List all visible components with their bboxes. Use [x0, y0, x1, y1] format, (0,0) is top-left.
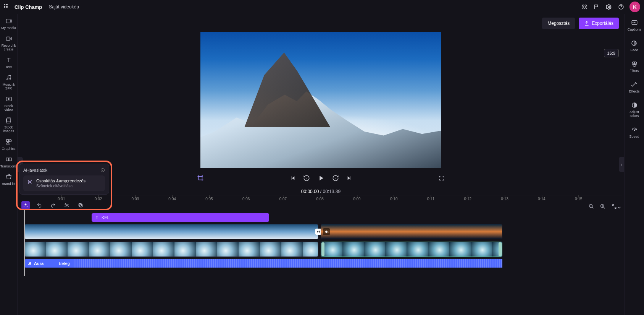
svg-point-30: [28, 183, 29, 183]
leftrail-music-sfx[interactable]: Music & SFX: [0, 74, 17, 90]
upload-icon: [584, 21, 589, 26]
ruler-tick: 0:03: [132, 197, 139, 201]
svg-rect-8: [6, 97, 11, 101]
right-rail: Captions Fade Filters Effects Adjust col…: [624, 14, 644, 315]
aspect-ratio-badge[interactable]: 16:9: [604, 49, 619, 57]
play-icon[interactable]: [318, 175, 324, 182]
ruler-tick: 0:09: [353, 197, 360, 201]
ai-popup-title: AI-javaslatok: [23, 168, 47, 172]
app-launcher-icon[interactable]: [4, 4, 10, 10]
leftrail-stock-images[interactable]: Stock images: [0, 117, 17, 133]
left-rail: My media Record & create Text Music & SF…: [0, 14, 18, 315]
skip-start-icon[interactable]: [289, 175, 295, 181]
rightrail-effects[interactable]: Effects: [629, 81, 639, 93]
svg-rect-34: [79, 203, 81, 206]
undo-button[interactable]: [35, 201, 44, 209]
svg-rect-4: [6, 19, 10, 23]
flag-icon[interactable]: [591, 1, 603, 13]
ruler-tick: 0:06: [242, 197, 250, 201]
center-area: Megosztás Exportálás 16:9 5 5: [18, 14, 624, 315]
redo-button[interactable]: [49, 201, 57, 209]
svg-point-2: [608, 6, 610, 8]
svg-rect-13: [6, 158, 8, 161]
help-icon[interactable]: [615, 1, 627, 13]
share-button[interactable]: Megosztás: [542, 18, 575, 29]
ruler-tick: 0:13: [501, 197, 508, 201]
video-clip-3[interactable]: [24, 242, 318, 257]
rightrail-adjust-colors[interactable]: Adjust colors: [625, 102, 644, 118]
audio-clip[interactable]: Aura Beteg: [24, 259, 502, 268]
ruler-tick: 0:10: [390, 197, 397, 201]
ruler-tick: 0:15: [575, 197, 582, 201]
leftrail-record-create[interactable]: Record & create: [0, 35, 17, 51]
leftrail-text[interactable]: Text: [0, 57, 17, 69]
ruler-tick: 0:07: [279, 197, 287, 201]
audio-clip-artist: Beteg: [59, 261, 70, 266]
title-clip-label: KEL: [102, 215, 110, 220]
time-current: 00:00.00: [301, 189, 319, 194]
settings-icon[interactable]: [603, 1, 615, 13]
svg-rect-11: [6, 140, 8, 141]
leftrail-transitions[interactable]: Transitions: [0, 156, 17, 168]
time-duration: 00:13.39: [323, 189, 341, 194]
skip-end-icon[interactable]: [347, 175, 353, 181]
rightrail-filters[interactable]: Filters: [629, 60, 639, 73]
svg-point-25: [633, 63, 636, 67]
avatar[interactable]: K: [629, 2, 640, 12]
leftrail-my-media[interactable]: My media: [0, 18, 17, 30]
svg-point-6: [6, 79, 8, 80]
rightrail-captions[interactable]: Captions: [628, 19, 641, 31]
ruler-tick: 0:05: [205, 197, 213, 201]
leftrail-graphics[interactable]: Graphics: [0, 138, 17, 151]
app-name: Clip Champ: [15, 4, 42, 10]
video-clip-2[interactable]: [321, 224, 502, 239]
rightrail-speed[interactable]: Speed: [629, 126, 639, 138]
ai-suggestion-subtitle: Szünetek eltávolítása: [36, 184, 86, 188]
title-clip[interactable]: KEL: [92, 213, 269, 222]
video-clip-4[interactable]: [321, 242, 502, 257]
svg-point-1: [585, 5, 586, 6]
svg-rect-5: [6, 37, 10, 41]
export-button[interactable]: Exportálás: [579, 18, 619, 29]
ruler-tick: 0:14: [538, 197, 545, 201]
timeline-body: KEL: [24, 203, 622, 276]
rightrail-fade[interactable]: Fade: [630, 40, 638, 52]
right-collapse-chevron-icon[interactable]: ‹: [619, 157, 624, 172]
fullscreen-icon[interactable]: [439, 175, 445, 181]
ai-sparkle-button[interactable]: [21, 201, 30, 209]
ruler-tick: 0:02: [95, 197, 102, 201]
video-clip-1[interactable]: [24, 224, 318, 239]
ai-suggestion-title: Csonkítás &amp;rendezés: [36, 179, 86, 183]
ai-suggestion-item[interactable]: Csonkítás &amp;rendezés Szünetek eltávol…: [23, 175, 105, 191]
top-bar: Clip Champ Saját videokép K: [0, 0, 644, 14]
info-icon[interactable]: [100, 168, 105, 172]
leftrail-brand-kit[interactable]: Brand kit: [0, 174, 17, 186]
playhead[interactable]: [24, 203, 25, 276]
split-button[interactable]: [63, 201, 71, 209]
svg-point-19: [28, 264, 29, 265]
mute-icon[interactable]: [323, 228, 330, 235]
ruler-tick: 0:12: [464, 197, 471, 201]
copy-button[interactable]: [76, 201, 85, 209]
audio-handle-left[interactable]: [321, 242, 324, 256]
project-name[interactable]: Saját videokép: [49, 4, 79, 10]
svg-point-20: [30, 264, 31, 265]
forward-5-icon[interactable]: 5: [332, 175, 339, 182]
svg-rect-14: [9, 158, 11, 161]
timeline-toolbar: [19, 200, 87, 211]
crop-tool-icon[interactable]: [197, 175, 204, 182]
svg-text:5: 5: [305, 177, 307, 180]
upgrade-icon[interactable]: [578, 1, 591, 13]
timeline-ruler[interactable]: 0:010:020:030:040:050:060:070:080:090:10…: [24, 195, 622, 203]
svg-point-29: [28, 180, 29, 181]
svg-rect-33: [80, 205, 82, 207]
rewind-5-icon[interactable]: 5: [303, 175, 310, 182]
scissors-sparkle-icon: [27, 179, 32, 185]
music-icon: [27, 261, 32, 266]
svg-point-0: [583, 5, 584, 6]
audio-handle-right[interactable]: [499, 242, 502, 256]
ruler-tick: 0:04: [168, 197, 176, 201]
svg-point-7: [10, 78, 11, 80]
video-preview[interactable]: [200, 32, 441, 168]
leftrail-stock-video[interactable]: Stock video: [0, 96, 17, 112]
